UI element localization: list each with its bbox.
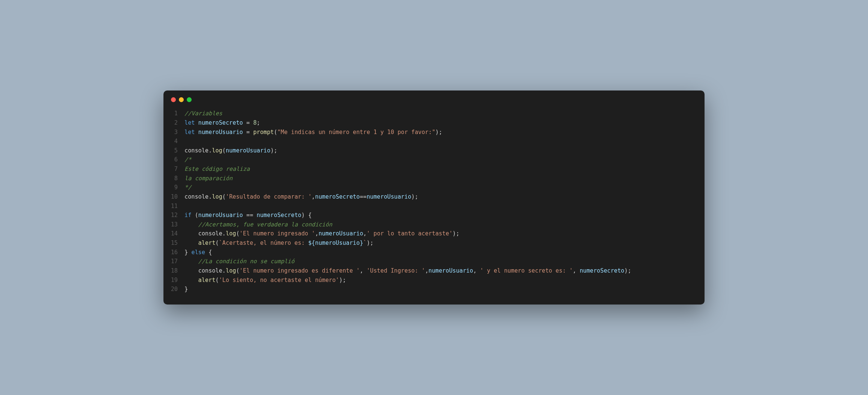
line-number: 12: [163, 211, 184, 220]
line-code: console.log(numeroUsuario);: [184, 146, 277, 155]
line-number: 13: [163, 220, 184, 229]
line-number: 17: [163, 257, 184, 266]
code-line: 13 //Acertamos, fue verdadera la condici…: [163, 220, 705, 229]
line-number: 2: [163, 118, 184, 128]
code-line: 20}: [163, 285, 705, 294]
code-line: 18 console.log('El numero ingresado es d…: [163, 266, 705, 276]
line-code: //Acertamos, fue verdadera la condición: [184, 220, 332, 229]
line-code: let numeroUsuario = prompt("Me indicas u…: [184, 128, 442, 137]
code-content[interactable]: 1//Variables2let numeroSecreto = 8;3let …: [163, 107, 705, 305]
line-number: 16: [163, 248, 184, 257]
line-number: 11: [163, 202, 184, 211]
line-number: 8: [163, 174, 184, 183]
code-line: 3let numeroUsuario = prompt("Me indicas …: [163, 128, 705, 137]
line-number: 7: [163, 164, 184, 174]
code-line: 8la comparación: [163, 174, 705, 183]
code-line: 7Este código realiza: [163, 164, 705, 174]
line-code: //La condición no se cumplió: [184, 257, 295, 266]
code-line: 4: [163, 137, 705, 146]
line-number: 5: [163, 146, 184, 155]
line-number: 14: [163, 229, 184, 238]
minimize-button[interactable]: [179, 97, 184, 102]
code-line: 17 //La condición no se cumplió: [163, 257, 705, 266]
line-code: //Variables: [184, 109, 222, 118]
line-code: }: [184, 285, 188, 294]
line-number: 18: [163, 266, 184, 276]
code-line: 15 alert(`Acertaste, el número es: ${num…: [163, 238, 705, 248]
code-line: 12if (numeroUsuario == numeroSecreto) {: [163, 211, 705, 220]
code-line: 16} else {: [163, 248, 705, 257]
line-code: */: [184, 183, 191, 192]
code-line: 19 alert('Lo siento, no acertaste el núm…: [163, 276, 705, 285]
line-number: 19: [163, 276, 184, 285]
line-code: /*: [184, 155, 191, 164]
line-code: if (numeroUsuario == numeroSecreto) {: [184, 211, 312, 220]
line-number: 9: [163, 183, 184, 192]
code-line: 14 console.log('El numero ingresado ',nu…: [163, 229, 705, 238]
code-line: 5console.log(numeroUsuario);: [163, 146, 705, 155]
line-code: console.log('El numero ingresado ',numer…: [184, 229, 460, 238]
line-code: alert('Lo siento, no acertaste el número…: [184, 276, 346, 285]
line-code: [184, 202, 188, 211]
code-line: 2let numeroSecreto = 8;: [163, 118, 705, 128]
line-code: } else {: [184, 248, 212, 257]
code-line: 9*/: [163, 183, 705, 192]
line-code: console.log('El numero ingresado es dife…: [184, 266, 631, 276]
line-code: let numeroSecreto = 8;: [184, 118, 260, 128]
code-line: 11: [163, 202, 705, 211]
window-titlebar: [163, 90, 705, 107]
line-number: 15: [163, 238, 184, 248]
line-number: 4: [163, 137, 184, 146]
line-code: Este código realiza: [184, 164, 250, 174]
code-editor-window: 1//Variables2let numeroSecreto = 8;3let …: [163, 90, 705, 305]
line-code: [184, 137, 188, 146]
line-number: 1: [163, 109, 184, 118]
code-line: 10console.log('Resultado de comparar: ',…: [163, 192, 705, 202]
close-button[interactable]: [171, 97, 176, 102]
line-number: 3: [163, 128, 184, 137]
code-line: 6/*: [163, 155, 705, 164]
line-number: 20: [163, 285, 184, 294]
maximize-button[interactable]: [187, 97, 192, 102]
code-line: 1//Variables: [163, 109, 705, 118]
line-number: 10: [163, 192, 184, 202]
line-code: la comparación: [184, 174, 233, 183]
line-code: console.log('Resultado de comparar: ',nu…: [184, 192, 418, 202]
line-number: 6: [163, 155, 184, 164]
line-code: alert(`Acertaste, el número es: ${numero…: [184, 238, 374, 248]
